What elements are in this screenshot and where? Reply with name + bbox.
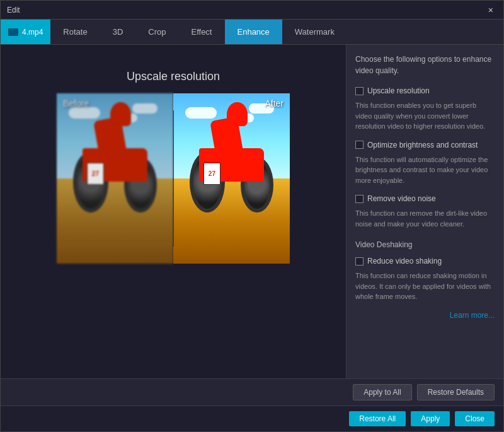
tab-enhance[interactable]: Enhance	[225, 20, 282, 44]
settings-panel: Choose the following options to enhance …	[346, 45, 503, 378]
after-image: 27	[173, 93, 290, 264]
tab-watermark[interactable]: Watermark	[282, 20, 347, 44]
noise-option-row: Remove video noise	[355, 194, 495, 203]
upscale-desc: This function enables you to get superb …	[355, 100, 495, 132]
video-icon	[8, 28, 18, 36]
upscale-label[interactable]: Upscale resolution	[367, 86, 430, 95]
edit-dialog: Edit × 4.mp4 Rotate 3D Crop Effect Enhan…	[0, 0, 504, 432]
restore-all-button[interactable]: Restore All	[349, 411, 406, 426]
apply-to-all-button[interactable]: Apply to All	[353, 384, 411, 400]
deshake-checkbox[interactable]	[355, 257, 364, 266]
preview-title: Upscale resolution	[127, 70, 220, 83]
noise-checkbox[interactable]	[355, 195, 364, 203]
deshake-desc: This function can reduce shaking motion …	[355, 271, 495, 302]
before-after-container: Before 27	[57, 93, 290, 264]
file-tab[interactable]: 4.mp4	[1, 20, 50, 44]
close-icon[interactable]: ×	[484, 4, 497, 16]
close-dialog-button[interactable]: Close	[455, 411, 495, 426]
noise-desc: This function can remove the dirt-like v…	[355, 208, 495, 229]
restore-defaults-button[interactable]: Restore Defaults	[417, 384, 495, 400]
title-bar: Edit ×	[1, 1, 503, 20]
noise-label[interactable]: Remove video noise	[367, 194, 436, 203]
tab-crop[interactable]: Crop	[135, 20, 178, 44]
rider-before: 27	[69, 102, 162, 213]
deshake-option-row: Reduce video shaking	[355, 257, 495, 266]
after-label: After	[265, 98, 284, 108]
brightness-desc: This function will automatically optimiz…	[355, 155, 495, 186]
deshake-section-label: Video Deshaking	[355, 240, 495, 249]
bottom-bar: Apply to All Restore Defaults	[1, 378, 503, 406]
footer-bar: Restore All Apply Close	[1, 406, 503, 431]
deshake-label[interactable]: Reduce video shaking	[367, 257, 442, 266]
tabs-bar: 4.mp4 Rotate 3D Crop Effect Enhance Wate…	[1, 20, 503, 45]
after-panel: After 27	[173, 93, 290, 264]
before-panel: Before 27	[57, 93, 173, 264]
upscale-checkbox[interactable]	[355, 87, 364, 95]
upscale-option-row: Upscale resolution	[355, 86, 495, 95]
tab-rotate[interactable]: Rotate	[50, 20, 100, 44]
brightness-option-row: Optimize brightness and contrast	[355, 141, 495, 149]
content-area: Upscale resolution Before	[1, 45, 503, 378]
brightness-checkbox[interactable]	[355, 141, 364, 149]
dialog-title: Edit	[7, 6, 20, 15]
preview-panel: Upscale resolution Before	[1, 45, 346, 378]
tab-3d[interactable]: 3D	[100, 20, 136, 44]
tab-effect[interactable]: Effect	[178, 20, 224, 44]
before-image: 27	[57, 93, 173, 264]
learn-more-link[interactable]: Learn more...	[355, 311, 495, 320]
before-after-divider	[173, 110, 174, 247]
rider-after: 27	[185, 102, 278, 213]
brightness-label[interactable]: Optimize brightness and contrast	[367, 141, 478, 149]
file-tab-label: 4.mp4	[22, 28, 43, 37]
apply-button[interactable]: Apply	[411, 411, 450, 426]
settings-intro: Choose the following options to enhance …	[355, 54, 495, 76]
